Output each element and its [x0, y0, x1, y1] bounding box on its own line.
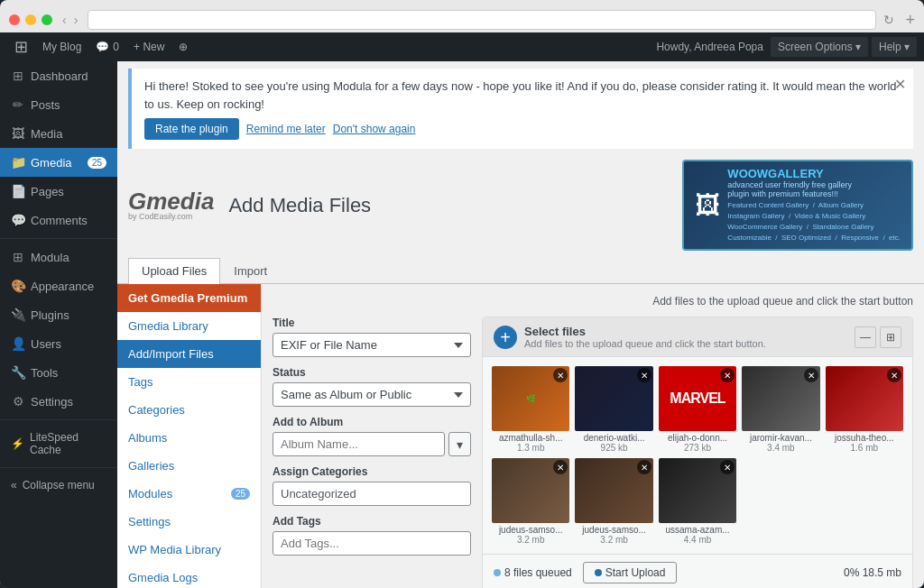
status-select[interactable]: Same as Album or Public — [273, 382, 471, 407]
sidebar-item-media[interactable]: 🖼 Media — [0, 119, 117, 148]
album-dropdown-button[interactable]: ▾ — [448, 432, 471, 456]
sidebar-item-comments[interactable]: 💬 Comments — [0, 206, 117, 234]
file-thumb-4[interactable]: ✕ jossuha-theo... 1.6 mb — [826, 366, 903, 453]
collapse-menu-item[interactable]: « Collapse menu — [0, 472, 117, 499]
tags-label: Add Tags — [273, 515, 471, 528]
nav-gmedia-library[interactable]: Gmedia Library — [117, 312, 261, 340]
remove-file-6[interactable]: ✕ — [637, 460, 651, 474]
sidebar-item-dashboard[interactable]: ⊞ Dashboard — [0, 61, 117, 90]
thumb-size-4: 1.6 mb — [826, 443, 903, 453]
woow-features: Featured Content Gallery / Album Gallery… — [727, 200, 901, 243]
sidebar-item-users[interactable]: 👤 Users — [0, 329, 117, 358]
sidebar-label-settings: Settings — [31, 395, 73, 409]
categories-input[interactable] — [273, 482, 471, 506]
expand-dropzone-button[interactable]: ⊞ — [880, 326, 901, 348]
sidebar-item-gmedia[interactable]: 📁 Gmedia 25 — [0, 148, 117, 177]
compass-item[interactable]: ⊕ — [171, 32, 195, 61]
upload-area: Add files to the upload queue and click … — [262, 284, 924, 588]
rate-plugin-button[interactable]: Rate the plugin — [144, 118, 239, 140]
nav-tags[interactable]: Tags — [117, 368, 261, 396]
sidebar-item-posts[interactable]: ✏ Posts — [0, 90, 117, 119]
notice-actions: Rate the plugin Remind me later Don't sh… — [144, 118, 901, 140]
help-button[interactable]: Help ▾ — [872, 37, 917, 57]
wp-logo-item[interactable]: ⊞ — [7, 32, 35, 61]
gmedia-badge: 25 — [88, 157, 106, 169]
file-thumb-3[interactable]: ✕ jaromir-kavan... 3.4 mb — [742, 366, 819, 453]
sidebar-item-modula[interactable]: ⊞ Modula — [0, 243, 117, 271]
screen-options-button[interactable]: Screen Options ▾ — [771, 37, 868, 57]
sidebar-item-settings[interactable]: ⚙ Settings — [0, 387, 117, 416]
file-thumb-0[interactable]: 🌿 ✕ azmathulla-sh... 1.3 mb — [492, 366, 569, 453]
close-button[interactable] — [9, 14, 20, 25]
thumb-size-5: 3.2 mb — [492, 535, 569, 545]
file-thumb-6[interactable]: ✕ judeus-samso... 3.2 mb — [575, 458, 652, 545]
remind-later-button[interactable]: Remind me later — [246, 123, 326, 135]
forward-button[interactable]: › — [71, 13, 81, 27]
sidebar-item-tools[interactable]: 🔧 Tools — [0, 358, 117, 387]
minimize-dropzone-button[interactable]: — — [855, 326, 876, 348]
thumb-size-2: 273 kb — [659, 443, 736, 453]
tags-input[interactable] — [273, 531, 471, 556]
user-info[interactable]: Howdy, Andreea Popa — [649, 32, 771, 61]
fullscreen-button[interactable] — [42, 14, 52, 25]
title-field-group: Title EXIF or File Name — [273, 317, 471, 357]
tab-upload-files[interactable]: Upload Files — [128, 258, 220, 284]
woow-gallery-banner[interactable]: 🖼 WOOWGALLERY advanced user friendly fre… — [682, 160, 913, 251]
back-button[interactable]: ‹ — [60, 13, 69, 27]
nav-categories[interactable]: Categories — [117, 396, 261, 424]
album-input[interactable] — [273, 432, 445, 456]
add-files-button[interactable]: + — [494, 326, 517, 349]
sidebar-label-comments: Comments — [31, 214, 88, 227]
file-thumb-2[interactable]: MARVEL ✕ elijah-o-donn... 273 kb — [659, 366, 736, 453]
queue-dot-icon — [494, 569, 501, 576]
remove-file-3[interactable]: ✕ — [804, 368, 818, 382]
form-fields: Title EXIF or File Name Status Same as A… — [273, 317, 471, 588]
thumb-size-3: 3.4 mb — [742, 443, 819, 453]
sidebar-item-litespeed[interactable]: ⚡ LiteSpeed Cache — [0, 424, 117, 464]
get-gmedia-premium-button[interactable]: Get Gmedia Premium — [117, 284, 261, 312]
notice-close-button[interactable]: ✕ — [894, 76, 906, 93]
sidebar-label-posts: Posts — [31, 98, 60, 112]
minimize-button[interactable] — [25, 14, 36, 25]
thumb-name-1: denerio-watki... — [575, 433, 652, 443]
plugins-icon: 🔌 — [11, 308, 25, 322]
new-tab-button[interactable]: + — [905, 11, 915, 30]
notice-banner: Hi there! Stoked to see you're using Mod… — [128, 69, 913, 149]
dropzone-controls: — ⊞ — [855, 326, 901, 348]
modula-icon: ⊞ — [11, 250, 25, 264]
new-item[interactable]: + New — [126, 32, 171, 61]
nav-gmedia-logs[interactable]: Gmedia Logs — [117, 564, 261, 588]
reload-icon[interactable]: ↻ — [883, 13, 894, 27]
thumb-size-0: 1.3 mb — [492, 443, 569, 453]
status-label: Status — [273, 366, 471, 379]
my-blog-item[interactable]: My Blog — [35, 32, 88, 61]
comments-item[interactable]: 💬 0 — [88, 32, 126, 61]
sidebar-item-appearance[interactable]: 🎨 Appearance — [0, 271, 117, 300]
categories-label: Assign Categories — [273, 465, 471, 478]
dropzone-title-group: Select files Add files to the upload que… — [524, 325, 766, 349]
woow-content: WOOWGALLERY advanced user friendly free … — [727, 167, 901, 243]
secondary-nav: Get Gmedia Premium Gmedia Library Add/Im… — [117, 284, 262, 588]
file-thumb-1[interactable]: ✕ denerio-watki... 925 kb — [575, 366, 652, 453]
file-thumb-5[interactable]: ✕ judeus-samso... 3.2 mb — [492, 458, 569, 545]
nav-albums[interactable]: Albums — [117, 424, 261, 452]
nav-galleries[interactable]: Galleries — [117, 452, 261, 480]
file-drop-zone[interactable]: + Select files Add files to the upload q… — [482, 317, 913, 588]
woow-title: WOOWGALLERY — [727, 167, 901, 180]
sidebar-item-plugins[interactable]: 🔌 Plugins — [0, 300, 117, 329]
remove-file-4[interactable]: ✕ — [887, 368, 901, 382]
nav-wp-media-library[interactable]: WP Media Library — [117, 536, 261, 564]
nav-modules[interactable]: Modules 25 — [117, 480, 261, 508]
nav-add-import-files[interactable]: Add/Import Files — [117, 340, 261, 368]
nav-settings[interactable]: Settings — [117, 508, 261, 536]
sidebar-item-pages[interactable]: 📄 Pages — [0, 177, 117, 206]
gmedia-logo-sub: by CodEasily.com — [128, 213, 214, 221]
start-upload-button[interactable]: Start Upload — [583, 562, 678, 583]
title-select[interactable]: EXIF or File Name — [273, 333, 471, 357]
dont-show-button[interactable]: Don't show again — [333, 123, 416, 135]
tab-import[interactable]: Import — [220, 258, 281, 283]
file-thumb-7[interactable]: ✕ ussama-azam... 4.4 mb — [659, 458, 736, 545]
address-bar[interactable] — [88, 10, 876, 30]
sidebar-label-gmedia: Gmedia — [31, 156, 72, 170]
remove-file-1[interactable]: ✕ — [637, 368, 651, 382]
